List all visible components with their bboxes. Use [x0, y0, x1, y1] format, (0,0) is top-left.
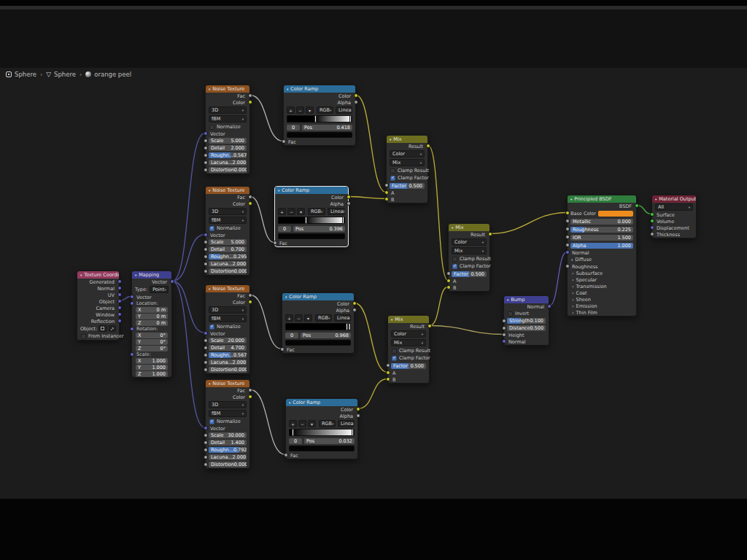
socket-vector-input[interactable] — [204, 331, 208, 335]
detail-slider[interactable]: Detail0.700 — [209, 246, 247, 252]
socket-uv-output[interactable] — [117, 292, 122, 297]
color-mode-dropdown[interactable]: RGB▾ — [317, 106, 333, 114]
node-header[interactable]: ▾Color Ramp — [282, 293, 354, 300]
stop-color-swatch[interactable] — [285, 340, 351, 346]
node-header[interactable]: ▾Color Ramp — [286, 399, 357, 406]
dimensions-dropdown[interactable]: 3D▾ — [209, 306, 247, 314]
dimensions-dropdown[interactable]: 3D▾ — [209, 401, 247, 408]
socket-fac-output[interactable] — [248, 293, 252, 298]
socket-scale-input[interactable] — [204, 433, 208, 438]
breadcrumb-mesh[interactable]: ▽Sphere — [46, 71, 76, 78]
color-ramp-gradient[interactable] — [287, 115, 352, 122]
socket-object-output[interactable] — [117, 299, 122, 303]
socket-roughness-input[interactable] — [204, 153, 208, 158]
invert-checkbox[interactable] — [508, 311, 513, 316]
socket-window-output[interactable] — [117, 312, 122, 316]
node-texture-coordinate[interactable]: ▾Texture Coordinate Generated Normal UV … — [77, 271, 120, 341]
collapse-icon[interactable]: ▾ — [507, 298, 508, 302]
mapping-type-dropdown[interactable]: Point▾ — [150, 286, 169, 293]
socket-detail-input[interactable] — [204, 346, 208, 350]
shader-node-editor[interactable]: Sphere › ▽Sphere › orange peel ▾Texture … — [0, 68, 747, 499]
location-x-field[interactable]: X0 m — [136, 307, 168, 313]
stop-position-field[interactable]: Pos0.418 — [302, 125, 352, 131]
stop-position-field[interactable]: Pos0.396 — [293, 226, 345, 232]
factor-slider[interactable]: Factor0.500 — [391, 363, 426, 369]
noise-type-dropdown[interactable]: fBM▾ — [209, 315, 247, 322]
color-mode-dropdown[interactable]: RGB▾ — [315, 314, 332, 322]
factor-slider[interactable]: Factor0.500 — [452, 271, 487, 277]
ramp-options-button[interactable]: ▾ — [308, 420, 316, 427]
scale-slider[interactable]: Scale20.000 — [209, 338, 247, 343]
node-header[interactable]: ▾Color Ramp — [284, 85, 355, 93]
rotation-y-field[interactable]: Y0° — [136, 339, 168, 345]
stop-index-field[interactable]: 0 — [278, 226, 291, 232]
socket-displacement-input[interactable] — [650, 225, 654, 230]
socket-location-input[interactable] — [130, 301, 134, 306]
node-mapping[interactable]: ▾Mapping Vector Type:Point▾ Vector Locat… — [131, 271, 172, 378]
node-principled-bsdf[interactable]: ▾Principled BSDF BSDF Base Color Metalli… — [567, 195, 637, 316]
socket-roughness-input[interactable] — [204, 353, 208, 357]
node-header[interactable]: ▾Noise Texture — [206, 380, 249, 387]
socket-lacunarity-input[interactable] — [204, 455, 208, 459]
collapse-icon[interactable]: ▾ — [80, 273, 82, 277]
diffuse-panel-toggle[interactable]: ▾Diffuse — [568, 256, 636, 263]
collapse-icon[interactable]: ▾ — [452, 226, 453, 230]
node-header[interactable]: ▾Mix — [449, 224, 489, 231]
ramp-options-button[interactable]: ▾ — [306, 106, 314, 114]
collapse-icon[interactable]: ▾ — [391, 318, 392, 322]
socket-detail-input[interactable] — [204, 247, 208, 252]
socket-normal-input[interactable] — [502, 339, 506, 343]
ramp-stop-handle[interactable] — [342, 217, 344, 224]
interpolation-dropdown[interactable]: Linear▾ — [328, 208, 345, 215]
remove-stop-button[interactable]: − — [295, 314, 303, 322]
data-type-dropdown[interactable]: Color▾ — [452, 238, 487, 246]
base-color-swatch[interactable] — [598, 211, 633, 217]
stop-index-field[interactable]: 0 — [289, 438, 302, 444]
remove-stop-button[interactable]: − — [298, 420, 306, 427]
node-noise-texture-3[interactable]: ▾Noise Texture Fac Color 3D▾ fBM▾ ✓Norma… — [205, 284, 250, 374]
noise-type-dropdown[interactable]: fBM▾ — [209, 115, 247, 122]
distance-slider[interactable]: Distance0.500 — [507, 325, 546, 331]
node-noise-texture-4[interactable]: ▾Noise Texture Fac Color 3D▾ fBM▾ ✓Norma… — [205, 379, 250, 469]
collapse-icon[interactable]: ▾ — [287, 88, 288, 91]
distortion-slider[interactable]: Distortion0.000 — [209, 268, 247, 274]
add-stop-button[interactable]: + — [287, 106, 295, 114]
roughness-slider[interactable]: Roughn...0.567 — [209, 152, 247, 158]
color-mode-dropdown[interactable]: RGB▾ — [308, 208, 325, 215]
color-ramp-gradient[interactable] — [278, 217, 345, 224]
interpolation-dropdown[interactable]: Linear▾ — [336, 106, 352, 114]
socket-normal-output[interactable] — [117, 286, 122, 290]
collapse-icon[interactable]: ▾ — [289, 401, 290, 405]
socket-diffuse-roughness-input[interactable] — [565, 264, 570, 268]
socket-detail-input[interactable] — [204, 146, 208, 150]
normalize-checkbox[interactable] — [209, 125, 214, 130]
socket-roughness-input[interactable] — [204, 254, 208, 259]
noise-type-dropdown[interactable]: fBM▾ — [209, 217, 247, 224]
roughness-slider[interactable]: Roughn...0.792 — [209, 447, 247, 453]
socket-fac-input[interactable] — [280, 347, 285, 351]
socket-a-input[interactable] — [384, 190, 389, 195]
node-bump[interactable]: ▾Bump Normal Invert Strength0.100 Distan… — [503, 295, 549, 346]
socket-distortion-input[interactable] — [204, 462, 208, 467]
socket-distortion-input[interactable] — [204, 168, 208, 172]
socket-normal-output[interactable] — [547, 304, 551, 308]
socket-height-input[interactable] — [502, 332, 506, 337]
clamp-result-checkbox[interactable] — [392, 349, 397, 354]
collapse-icon[interactable]: ▾ — [209, 189, 210, 192]
noise-type-dropdown[interactable]: fBM▾ — [209, 410, 247, 417]
socket-reflection-output[interactable] — [117, 319, 122, 323]
breadcrumb-material[interactable]: orange peel — [85, 71, 131, 78]
socket-base-color-input[interactable] — [565, 211, 570, 215]
from-instancer-checkbox[interactable] — [81, 334, 86, 339]
add-stop-button[interactable]: + — [289, 420, 297, 427]
collapse-icon[interactable]: ▾ — [135, 273, 136, 277]
node-header[interactable]: ▾Noise Texture — [206, 85, 249, 93]
collapse-icon[interactable]: ▾ — [209, 287, 210, 291]
stop-index-field[interactable]: 0 — [285, 332, 298, 338]
socket-fac-output[interactable] — [248, 93, 252, 98]
socket-fac-input[interactable] — [282, 139, 286, 144]
blend-mode-dropdown[interactable]: Mix▾ — [390, 159, 425, 166]
socket-a-input[interactable] — [386, 370, 390, 375]
node-mix-3[interactable]: ▾Mix Result Color▾ Mix▾ Clamp Result ✓Cl… — [387, 315, 430, 384]
remove-stop-button[interactable]: − — [287, 208, 295, 215]
